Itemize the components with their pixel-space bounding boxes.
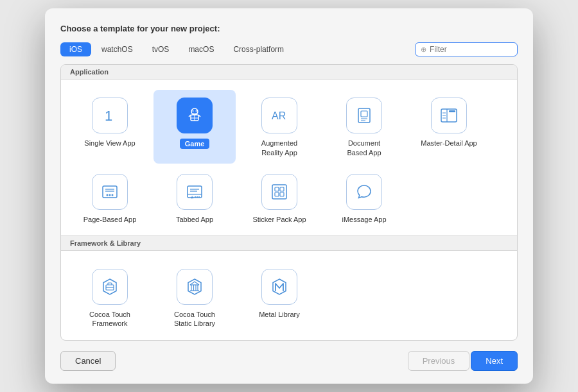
cocoa-static-label: Cocoa TouchStatic Library [174, 310, 215, 328]
cocoa-static-icon-wrapper [175, 268, 214, 306]
template-metal[interactable]: Metal Library [238, 261, 320, 335]
cancel-button[interactable]: Cancel [60, 351, 116, 371]
cocoa-framework-icon [92, 269, 128, 305]
master-detail-label: Master-Detail App [421, 139, 477, 148]
svg-rect-35 [275, 187, 279, 191]
framework-section-header: Framework & Library [61, 236, 517, 251]
framework-grid: Cocoa TouchFramework [61, 251, 517, 340]
tab-ios[interactable]: iOS [60, 42, 91, 56]
filter-box[interactable]: ⊕ [415, 42, 518, 56]
tab-bar: iOS watchOS tvOS macOS Cross-platform ⊕ [60, 42, 518, 56]
ar-label: AugmentedReality App [261, 139, 297, 157]
game-selected-badge: Game [180, 139, 210, 149]
svg-point-23 [112, 194, 114, 196]
page-based-label: Page-Based App [83, 215, 137, 224]
imessage-icon-wrapper [345, 173, 383, 211]
imessage-icon [346, 174, 382, 210]
svg-rect-19 [449, 110, 455, 112]
ar-icon-wrapper: AR [260, 96, 299, 135]
tabbed-icon-wrapper: ★ [175, 173, 214, 211]
template-document[interactable]: DocumentBased App [323, 90, 405, 164]
template-sticker-pack[interactable]: Sticker Pack App [238, 166, 320, 230]
template-single-view[interactable]: 1 Single View App [69, 90, 151, 164]
filter-icon: ⊕ [421, 46, 426, 54]
application-section-header: Application [61, 65, 517, 80]
svg-text:AR: AR [272, 110, 286, 121]
svg-point-29 [197, 196, 198, 198]
next-button[interactable]: Next [471, 351, 518, 371]
tabbed-icon: ★ [177, 174, 213, 210]
nav-buttons: Previous Next [408, 351, 518, 371]
sticker-pack-label: Sticker Pack App [252, 215, 306, 224]
svg-text:★: ★ [190, 195, 194, 200]
page-based-icon-wrapper [91, 173, 129, 211]
template-cocoa-framework[interactable]: Cocoa TouchFramework [69, 261, 151, 335]
master-detail-icon-wrapper [430, 96, 468, 135]
template-tabbed[interactable]: ★ Tabbed App [153, 166, 236, 230]
template-imessage[interactable]: iMessage App [323, 166, 405, 230]
template-master-detail[interactable]: Master-Detail App [408, 90, 490, 164]
svg-point-30 [198, 196, 200, 198]
svg-rect-38 [280, 192, 284, 196]
game-icon-wrapper [175, 96, 214, 135]
svg-point-22 [109, 194, 111, 196]
svg-marker-49 [273, 279, 286, 294]
svg-rect-36 [280, 187, 284, 191]
sticker-pack-icon-wrapper [260, 173, 299, 211]
document-icon-wrapper [345, 96, 383, 135]
filter-input[interactable] [430, 45, 512, 54]
dialog-title: Choose a template for your new project: [60, 24, 518, 33]
imessage-label: iMessage App [342, 215, 386, 224]
dialog-footer: Cancel Previous Next [60, 351, 518, 371]
single-view-icon: 1 [92, 98, 128, 133]
template-page-based[interactable]: Page-Based App [69, 166, 151, 230]
tabbed-label: Tabbed App [176, 215, 213, 224]
project-template-dialog: Choose a template for your new project: … [45, 8, 533, 383]
application-grid: 1 Single View App [61, 80, 517, 235]
document-icon [346, 98, 382, 133]
template-game[interactable]: Game [153, 90, 236, 164]
svg-text:1: 1 [105, 108, 112, 124]
cocoa-static-icon [177, 269, 213, 305]
svg-point-21 [107, 194, 109, 196]
tab-watchos[interactable]: watchOS [92, 42, 142, 56]
game-icon [177, 98, 213, 133]
page-based-icon [92, 174, 128, 210]
tab-tvos[interactable]: tvOS [143, 42, 179, 56]
template-cocoa-static[interactable]: Cocoa TouchStatic Library [153, 261, 236, 335]
sticker-pack-icon [261, 174, 297, 210]
previous-button[interactable]: Previous [408, 351, 470, 371]
cocoa-framework-label: Cocoa TouchFramework [89, 310, 130, 328]
template-ar[interactable]: AR AugmentedReality App [238, 90, 320, 164]
tab-crossplatform[interactable]: Cross-platform [224, 42, 293, 56]
svg-rect-37 [275, 192, 279, 196]
svg-marker-39 [103, 279, 116, 294]
master-detail-icon [431, 98, 467, 133]
single-view-icon-wrapper: 1 [91, 96, 129, 135]
tab-macos[interactable]: macOS [179, 42, 223, 56]
svg-point-2 [193, 110, 194, 112]
svg-point-3 [196, 110, 197, 112]
single-view-label: Single View App [84, 139, 135, 148]
svg-rect-34 [272, 185, 286, 199]
cocoa-framework-icon-wrapper [91, 268, 129, 306]
svg-point-31 [195, 196, 196, 198]
document-label: DocumentBased App [347, 139, 381, 157]
metal-icon-wrapper [260, 268, 299, 306]
metal-icon [261, 269, 297, 305]
ar-icon: AR [261, 98, 297, 133]
svg-rect-11 [361, 111, 367, 117]
template-content-area: Application 1 Single View App [60, 64, 518, 340]
metal-label: Metal Library [259, 310, 300, 319]
